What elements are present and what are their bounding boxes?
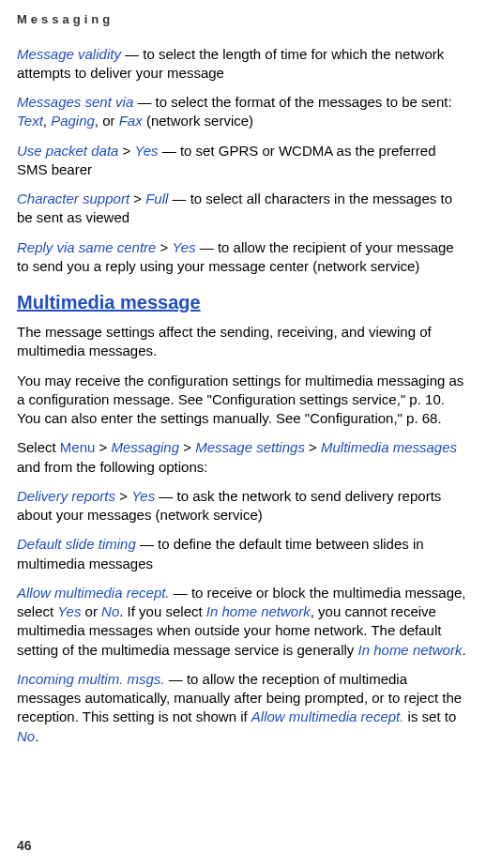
select-path: Select Menu > Messaging > Message settin… <box>17 438 469 477</box>
term: Reply via same centre <box>17 239 156 255</box>
path-menu: Menu <box>60 439 96 455</box>
sep: > <box>129 190 145 206</box>
term: Messages sent via <box>17 94 133 110</box>
t2: is set to <box>403 708 456 724</box>
sep: > <box>115 488 131 504</box>
section-intro-1: The message settings affect the sending,… <box>17 323 469 361</box>
yes: Yes <box>57 603 81 619</box>
option-default-slide-timing: Default slide timing — to define the def… <box>17 535 469 573</box>
suffix: and from the following options: <box>17 459 207 475</box>
term: Delivery reports <box>17 488 115 504</box>
term: Message validity <box>17 46 121 62</box>
setting-use-packet-data: Use packet data > Yes — to set GPRS or W… <box>17 142 469 180</box>
path-message-settings: Message settings <box>195 439 305 455</box>
term: Character support <box>17 190 129 206</box>
term: Allow multimedia recept. <box>17 585 170 601</box>
t2: . If you select <box>119 603 206 619</box>
joiner: , <box>43 113 51 129</box>
page-header: Messaging <box>17 11 469 28</box>
option-fax: Fax <box>119 113 143 129</box>
setting-reply-via-same-centre: Reply via same centre > Yes — to allow t… <box>17 238 469 277</box>
setting-messages-sent-via: Messages sent via — to select the format… <box>17 93 469 131</box>
no: No <box>101 603 119 619</box>
prefix: Select <box>17 439 60 455</box>
term: Use packet data <box>17 143 118 159</box>
or: or <box>81 603 101 619</box>
no: No <box>17 728 35 744</box>
page-number: 46 <box>17 837 32 855</box>
option-text: Text <box>17 113 43 129</box>
term: Incoming multim. msgs. <box>17 671 165 687</box>
ref: Allow multimedia recept. <box>251 708 404 724</box>
home2: In home network <box>358 642 463 658</box>
t4: . <box>462 642 465 658</box>
option-allow-multimedia-recept: Allow multimedia recept. — to receive or… <box>17 584 469 660</box>
home1: In home network <box>206 603 311 619</box>
path-multimedia-messages: Multimedia messages <box>321 439 457 455</box>
option-delivery-reports: Delivery reports > Yes — to ask the netw… <box>17 487 469 525</box>
term: Default slide timing <box>17 536 136 552</box>
sep: > <box>156 239 172 255</box>
value: Full <box>145 190 168 206</box>
value: Yes <box>135 143 159 159</box>
section-title-multimedia[interactable]: Multimedia message <box>17 290 469 315</box>
section-intro-2: You may receive the configuration settin… <box>17 372 469 429</box>
desc-suffix: (network service) <box>143 113 253 129</box>
value: Yes <box>131 488 155 504</box>
setting-message-validity: Message validity — to select the length … <box>17 45 469 84</box>
desc-prefix: — to select the format of the messages t… <box>133 94 451 110</box>
joiner: , or <box>95 113 119 129</box>
path-messaging: Messaging <box>112 439 180 455</box>
value: Yes <box>173 239 196 255</box>
setting-character-support: Character support > Full — to select all… <box>17 190 469 228</box>
option-incoming-multim-msgs: Incoming multim. msgs. — to allow the re… <box>17 670 469 746</box>
t3: . <box>35 728 38 744</box>
sep: > <box>118 143 134 159</box>
option-paging: Paging <box>51 113 95 129</box>
